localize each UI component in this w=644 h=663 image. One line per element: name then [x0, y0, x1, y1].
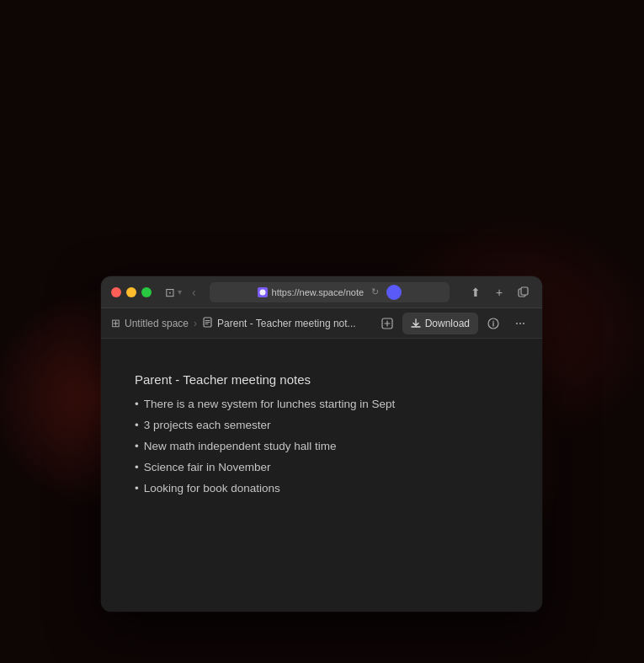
new-tab-button[interactable]: + [490, 283, 508, 302]
workspace-icon: ⊞ [111, 317, 120, 329]
svg-point-0 [259, 289, 265, 295]
list-item-text: New math independent study hall time [144, 439, 337, 455]
list-item: • There is a new system for lunches star… [135, 397, 508, 413]
svg-point-8 [519, 323, 521, 324]
duplicate-tab-button[interactable] [514, 283, 532, 302]
collapse-button[interactable] [375, 313, 399, 334]
list-item-text: There is a new system for lunches starti… [144, 397, 396, 413]
note-icon [202, 317, 213, 330]
breadcrumb-bar: ⊞ Untitled space › Parent - Teacher meet… [101, 308, 542, 339]
svg-point-6 [492, 320, 493, 321]
title-bar-actions: ⬆ + [466, 283, 532, 302]
chevron-down-icon: ▾ [178, 287, 182, 297]
content-area: Parent - Teacher meeting notes • There i… [101, 339, 542, 612]
bullet-icon: • [135, 418, 139, 434]
maximize-button[interactable] [141, 287, 152, 297]
svg-rect-2 [521, 287, 528, 295]
share-button[interactable]: ⬆ [466, 283, 485, 302]
svg-point-9 [523, 323, 524, 324]
current-page-label: Parent - Teacher meeting not... [217, 318, 356, 329]
breadcrumb-current-page[interactable]: Parent - Teacher meeting not... [202, 317, 356, 330]
workspace-label: Untitled space [125, 318, 189, 329]
bullet-icon: • [135, 460, 139, 476]
breadcrumb-workspace[interactable]: ⊞ Untitled space [111, 317, 189, 329]
site-favicon [258, 287, 268, 297]
title-bar: ⊡ ▾ ‹ https://new.space/note ↻ ⬆ + [101, 276, 542, 308]
list-item: • New math independent study hall time [135, 439, 508, 455]
list-item-text: Looking for book donations [144, 481, 280, 497]
download-label: Download [425, 318, 470, 329]
breadcrumb-actions: Download [375, 313, 532, 334]
note-list: • There is a new system for lunches star… [135, 397, 508, 496]
browser-window: ⊡ ▾ ‹ https://new.space/note ↻ ⬆ + [101, 276, 542, 612]
list-item: • Science fair in November [135, 460, 508, 476]
sidebar-toggle[interactable]: ⊡ ▾ [165, 286, 182, 299]
back-button[interactable]: ‹ [192, 286, 196, 299]
address-bar[interactable]: https://new.space/note ↻ [210, 282, 450, 302]
bullet-icon: • [135, 481, 139, 497]
breadcrumb-separator: › [194, 318, 197, 329]
note-title: Parent - Teacher meeting notes [135, 372, 508, 387]
minimize-button[interactable] [126, 287, 136, 297]
list-item: • Looking for book donations [135, 481, 508, 497]
download-button[interactable]: Download [402, 313, 478, 334]
list-item-text: Science fair in November [144, 460, 271, 476]
svg-point-7 [516, 323, 518, 324]
more-options-button[interactable] [508, 313, 532, 334]
bullet-icon: • [135, 439, 139, 455]
close-button[interactable] [111, 287, 121, 297]
traffic-lights [111, 287, 152, 297]
info-button[interactable] [482, 313, 505, 334]
list-item: • 3 projects each semester [135, 418, 508, 434]
bullet-icon: • [135, 397, 139, 413]
profile-avatar[interactable] [386, 285, 402, 300]
url-text: https://new.space/note [272, 287, 364, 297]
reload-icon[interactable]: ↻ [371, 286, 379, 297]
sidebar-icon: ⊡ [165, 286, 175, 299]
list-item-text: 3 projects each semester [144, 418, 271, 434]
